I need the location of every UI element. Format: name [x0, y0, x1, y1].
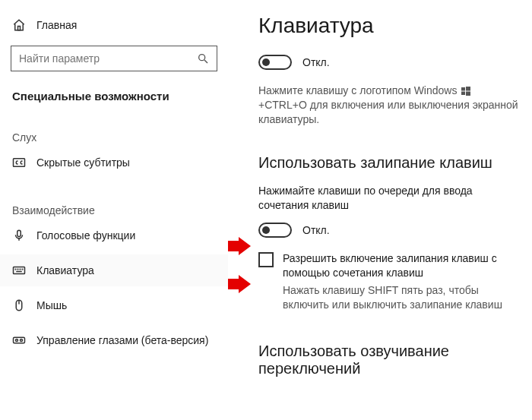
svg-point-7: [15, 269, 16, 270]
group-label-interaction: Взаимодействие: [11, 204, 217, 216]
svg-marker-22: [228, 275, 251, 293]
keyboard-icon: [12, 264, 26, 277]
sticky-keys-toggle[interactable]: [258, 223, 292, 238]
svg-marker-21: [228, 237, 251, 255]
svg-point-16: [21, 339, 23, 342]
svg-point-10: [22, 269, 23, 270]
sticky-keys-shortcut-checkbox[interactable]: [258, 252, 274, 267]
sidebar-item-closed-captions[interactable]: Скрытые субтитры: [11, 147, 217, 178]
annotation-arrow-icon: [228, 237, 251, 255]
onscreen-keyboard-desc: Нажмите клавишу с логотипом Windows +CTR…: [258, 84, 518, 127]
sidebar-item-eye-control[interactable]: Управление глазами (бета-версия): [11, 324, 217, 356]
search-icon: [197, 52, 209, 65]
svg-point-8: [17, 269, 18, 270]
sidebar-item-label: Управление глазами (бета-версия): [36, 334, 208, 346]
sticky-keys-heading: Использовать залипание клавиш: [258, 154, 518, 172]
sidebar-item-label: Скрытые субтитры: [36, 156, 130, 169]
svg-rect-3: [14, 159, 25, 167]
checkbox-label: Разрешить включение залипания клавиш с п…: [283, 251, 518, 280]
cc-icon: [12, 156, 26, 169]
svg-rect-19: [461, 92, 465, 96]
nav-home[interactable]: Главная: [11, 14, 217, 39]
svg-point-15: [16, 339, 18, 342]
windows-logo-icon: [461, 87, 470, 96]
svg-point-9: [20, 269, 21, 270]
sidebar-item-label: Мышь: [36, 299, 67, 311]
main-content: Клавиатура Откл. Нажмите клавишу с логот…: [228, 0, 532, 420]
sidebar-item-label: Голосовые функции: [36, 229, 135, 242]
microphone-icon: [12, 229, 26, 242]
annotation-arrow-icon: [228, 275, 251, 293]
checkbox-hint: Нажать клавишу SHIFT пять раз, чтобы вкл…: [283, 283, 518, 312]
sidebar-item-mouse[interactable]: Мышь: [11, 289, 217, 321]
sticky-keys-desc: Нажимайте клавиши по очереди для ввода с…: [258, 184, 518, 213]
nav-home-label: Главная: [36, 19, 77, 31]
mouse-icon: [12, 298, 26, 312]
eye-icon: [12, 333, 26, 347]
svg-rect-17: [461, 87, 465, 91]
toggle-state-label: Откл.: [302, 56, 330, 68]
sidebar-item-keyboard[interactable]: Клавиатура: [11, 254, 217, 286]
group-label-hearing: Слух: [11, 131, 217, 144]
svg-rect-4: [17, 230, 21, 236]
svg-rect-6: [14, 267, 25, 274]
home-icon: [12, 18, 26, 32]
sidebar-item-label: Клавиатура: [36, 264, 94, 276]
onscreen-keyboard-toggle[interactable]: [258, 55, 292, 70]
svg-rect-0: [18, 27, 21, 30]
svg-line-2: [204, 60, 207, 63]
sidebar-section-title: Специальные возможности: [11, 87, 217, 106]
search-field[interactable]: [19, 52, 197, 65]
sidebar: Главная Специальные возможности Слух Скр…: [0, 0, 228, 420]
page-title: Клавиатура: [258, 14, 518, 38]
svg-rect-20: [466, 92, 470, 96]
toggle-state-label: Откл.: [302, 224, 330, 236]
search-input[interactable]: [11, 46, 217, 71]
sidebar-item-speech[interactable]: Голосовые функции: [11, 219, 217, 251]
toggle-keys-heading: Использовать озвучивание переключений: [258, 343, 518, 377]
svg-rect-18: [466, 87, 470, 91]
svg-point-1: [199, 55, 205, 61]
